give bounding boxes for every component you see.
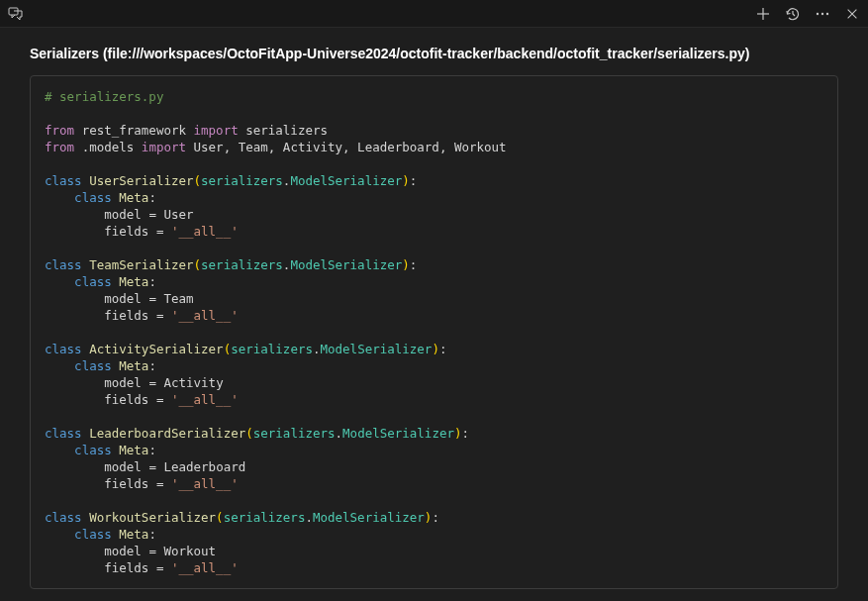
- modelserializer-ref: ModelSerializer: [290, 257, 402, 272]
- kw-import: import: [194, 123, 239, 138]
- import-items: serializers: [245, 123, 328, 138]
- serializers-ref: serializers: [201, 173, 283, 188]
- meta-class: Meta: [119, 190, 148, 205]
- more-icon[interactable]: [815, 6, 830, 22]
- eq: =: [148, 459, 156, 474]
- kw-import: import: [142, 140, 186, 154]
- meta-class: Meta: [119, 274, 148, 289]
- serializers-ref: serializers: [253, 426, 336, 441]
- kw-class: class: [45, 257, 82, 272]
- titlebar: [0, 0, 868, 28]
- kw-class: class: [74, 527, 112, 542]
- fields-attr: fields: [104, 560, 148, 575]
- eq: =: [156, 224, 164, 239]
- eq: =: [156, 476, 164, 491]
- eq: =: [148, 291, 156, 306]
- model-attr: model: [104, 207, 142, 222]
- serializers-ref: serializers: [201, 257, 283, 272]
- model-value: Leaderboard: [163, 459, 245, 474]
- eq: =: [148, 375, 156, 390]
- class-name: LeaderboardSerializer: [89, 426, 245, 441]
- file-title: Serializers (file:///workspaces/OctoFitA…: [30, 46, 838, 61]
- serializers-ref: serializers: [224, 510, 306, 525]
- kw-from: from: [45, 140, 74, 154]
- eq: =: [156, 560, 164, 575]
- kw-class: class: [45, 342, 82, 356]
- fields-attr: fields: [104, 392, 148, 407]
- code-comment: # serializers.py: [45, 89, 163, 104]
- kw-class: class: [45, 426, 82, 441]
- fields-value: '__all__': [171, 560, 239, 575]
- eq: =: [148, 544, 156, 558]
- modelserializer-ref: ModelSerializer: [342, 426, 454, 441]
- kw-class: class: [45, 173, 82, 188]
- class-name: ActivitySerializer: [89, 342, 223, 356]
- class-name: WorkoutSerializer: [89, 510, 216, 525]
- serializers-ref: serializers: [231, 342, 313, 356]
- history-icon[interactable]: [785, 6, 801, 22]
- model-attr: model: [104, 459, 142, 474]
- close-icon[interactable]: [844, 6, 860, 22]
- model-value: Activity: [163, 375, 223, 390]
- titlebar-left: [8, 6, 24, 22]
- eq: =: [156, 392, 164, 407]
- kw-class: class: [74, 443, 112, 457]
- import-module: rest_framework: [82, 123, 186, 138]
- svg-point-5: [826, 12, 828, 14]
- class-name: TeamSerializer: [89, 257, 193, 272]
- code-block: # serializers.py from rest_framework imp…: [30, 75, 838, 589]
- model-attr: model: [104, 544, 142, 558]
- svg-point-3: [817, 12, 819, 14]
- model-value: User: [163, 207, 193, 222]
- meta-class: Meta: [119, 358, 148, 373]
- kw-class: class: [74, 190, 112, 205]
- eq: =: [148, 207, 156, 222]
- fields-value: '__all__': [171, 476, 239, 491]
- model-attr: model: [104, 291, 142, 306]
- fields-value: '__all__': [171, 392, 239, 407]
- kw-class: class: [45, 510, 82, 525]
- modelserializer-ref: ModelSerializer: [313, 510, 425, 525]
- model-attr: model: [104, 375, 142, 390]
- class-name: UserSerializer: [89, 173, 193, 188]
- comment-discussion-icon[interactable]: [8, 6, 24, 22]
- fields-value: '__all__': [171, 224, 239, 239]
- fields-attr: fields: [104, 224, 148, 239]
- add-icon[interactable]: [755, 6, 771, 22]
- fields-value: '__all__': [171, 308, 239, 323]
- meta-class: Meta: [119, 443, 148, 457]
- import-module: .models: [82, 140, 135, 154]
- kw-class: class: [74, 274, 112, 289]
- fields-attr: fields: [104, 308, 148, 323]
- svg-point-4: [821, 12, 823, 14]
- kw-class: class: [74, 358, 112, 373]
- titlebar-right: [755, 6, 860, 22]
- fields-attr: fields: [104, 476, 148, 491]
- meta-class: Meta: [119, 527, 148, 542]
- kw-from: from: [45, 123, 74, 138]
- eq: =: [156, 308, 164, 323]
- import-items: User, Team, Activity, Leaderboard, Worko…: [194, 140, 507, 154]
- content-area: Serializers (file:///workspaces/OctoFitA…: [0, 28, 868, 601]
- model-value: Team: [163, 291, 193, 306]
- modelserializer-ref: ModelSerializer: [321, 342, 433, 356]
- modelserializer-ref: ModelSerializer: [290, 173, 402, 188]
- model-value: Workout: [163, 544, 216, 558]
